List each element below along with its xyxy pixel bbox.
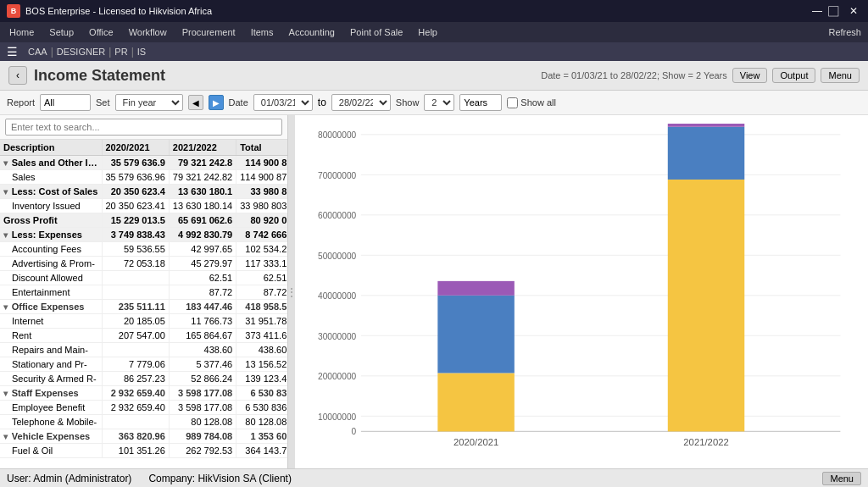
nav-is[interactable]: IS (137, 47, 146, 57)
menu-button[interactable]: Menu (821, 68, 860, 83)
table-row[interactable]: ▾ Sales and Other Incom35 579 636.979 32… (0, 156, 288, 170)
cell-c1: 2 932 659.40 (102, 386, 169, 401)
bar-2020-profit (437, 373, 514, 431)
cell-desc: Repairs and Main- (0, 343, 102, 357)
cell-c1: 15 229 013.5 (102, 213, 169, 228)
cell-c2: 4 992 830.79 (169, 228, 236, 242)
menu-accounting[interactable]: Accounting (287, 26, 337, 38)
cell-c1: 35 579 636.9 (102, 156, 169, 170)
cell-c3: 6 530 836 (236, 401, 288, 415)
search-bar (0, 115, 287, 140)
refresh-button[interactable]: Refresh (828, 27, 861, 37)
output-button[interactable]: Output (772, 68, 815, 83)
show-all-checkbox[interactable] (507, 97, 518, 108)
table-row[interactable]: Rent207 547.00165 864.67373 411.6-20.1% (0, 329, 288, 343)
view-button[interactable]: View (732, 68, 768, 83)
table-row[interactable]: Fuel & Oil101 351.26262 792.53364 143.71… (0, 444, 288, 458)
table-row[interactable]: ▾ Less: Expenses3 749 838.434 992 830.79… (0, 228, 288, 242)
back-button[interactable]: ‹ (8, 66, 27, 85)
cell-c3: 418 958.5 (236, 300, 288, 314)
nav-designer[interactable]: DESIGNER (57, 47, 105, 57)
search-input[interactable] (5, 119, 282, 136)
table-row[interactable]: Repairs and Main-438.60438.60 (0, 343, 288, 357)
cell-c3: 33 980 8 (236, 185, 288, 199)
menu-help[interactable]: Help (415, 26, 440, 38)
menu-items: Home Setup Office Workflow Procurement I… (7, 26, 440, 38)
table-row[interactable]: Security & Armed R-86 257.2352 866.24139… (0, 372, 288, 386)
nav-pr[interactable]: PR (114, 47, 127, 57)
cell-c1: 3 749 838.43 (102, 228, 169, 242)
cell-desc: Telephone & Mobile- (0, 415, 102, 429)
show-all-container: Show all (507, 97, 556, 108)
resize-handle[interactable] (288, 115, 295, 468)
table-row[interactable]: Gross Profit15 229 013.565 691 062.680 9… (0, 213, 288, 228)
table-row[interactable]: Employee Benefit2 932 659.403 598 177.08… (0, 401, 288, 415)
table-row[interactable]: Stationary and Pr-7 779.065 377.4613 156… (0, 357, 288, 372)
years-input[interactable] (459, 94, 502, 111)
table-row[interactable]: Accounting Fees59 536.5542 997.65102 534… (0, 242, 288, 257)
table-row[interactable]: Advertising & Prom-72 053.1845 279.97117… (0, 257, 288, 271)
menu-bar: Home Setup Office Workflow Procurement I… (0, 22, 868, 42)
table-row[interactable]: ▾ Office Expenses235 511.11183 447.46418… (0, 300, 288, 314)
cell-desc: Advertising & Prom- (0, 257, 102, 271)
table-row[interactable]: ▾ Vehicle Expenses363 820.96989 784.081 … (0, 429, 288, 444)
show-select[interactable]: 2 (424, 94, 454, 111)
cell-c2: 165 864.67 (169, 329, 236, 343)
table-row[interactable]: ▾ Staff Expenses2 932 659.403 598 177.08… (0, 386, 288, 401)
maximize-btn[interactable]: ⃞ (832, 5, 839, 17)
set-select[interactable]: Fin year (115, 94, 183, 111)
menu-procurement[interactable]: Procurement (180, 26, 238, 38)
cell-c2: 5 377.46 (169, 357, 236, 372)
cell-c2: 80 128.08 (169, 415, 236, 429)
date-to-select[interactable]: 28/02/22 (331, 94, 391, 111)
cell-desc: ▾ Less: Expenses (0, 228, 102, 242)
table-row[interactable]: ▾ Less: Cost of Sales20 350 623.413 630 … (0, 185, 288, 199)
hamburger-icon[interactable]: ☰ (7, 45, 18, 58)
svg-text:30000000: 30000000 (318, 332, 357, 341)
cell-c1: 7 779.06 (102, 357, 169, 372)
cell-c3: 114 900 8 (236, 156, 288, 170)
table-row[interactable]: Sales35 579 636.9679 321 242.82114 900 8… (0, 170, 288, 185)
menu-items[interactable]: Items (248, 26, 276, 38)
table-row[interactable]: Telephone & Mobile-80 128.0880 128.08 (0, 415, 288, 429)
nav-caa[interactable]: CAA (28, 47, 47, 57)
cell-c3: 33 980 803 (236, 199, 288, 213)
menu-workflow[interactable]: Workflow (126, 26, 170, 38)
status-company: Company: HikVision SA (Client) (148, 473, 292, 484)
menu-setup[interactable]: Setup (47, 26, 76, 38)
cell-c3: 139 123.4 (236, 372, 288, 386)
date-range-info: Date = 01/03/21 to 28/02/22; Show = 2 Ye… (541, 70, 727, 80)
prev-arrow[interactable]: ◀ (188, 95, 203, 110)
col-description: Description (0, 140, 102, 156)
cell-c1: 101 351.26 (102, 444, 169, 458)
report-input[interactable] (40, 94, 91, 111)
table-row[interactable]: Discount Allowed62.5162.51 (0, 271, 288, 285)
svg-text:50000000: 50000000 (318, 252, 357, 261)
table-row[interactable]: Internet20 185.0511 766.7331 951.78-41.7… (0, 314, 288, 329)
cell-desc: ▾ Office Expenses (0, 300, 102, 314)
cell-c2: 3 598 177.08 (169, 401, 236, 415)
cell-desc: ▾ Less: Cost of Sales (0, 185, 102, 199)
menu-office[interactable]: Office (86, 26, 116, 38)
cell-desc: ▾ Staff Expenses (0, 386, 102, 401)
svg-text:80000000: 80000000 (318, 130, 357, 140)
table-row[interactable]: Inventory Issued20 350 623.4113 630 180.… (0, 199, 288, 213)
to-label: to (318, 97, 326, 108)
cell-c1: 20 350 623.4 (102, 185, 169, 199)
cell-c3: 80 128.08 (236, 415, 288, 429)
minimize-btn[interactable]: — (809, 5, 826, 17)
toolbar: Report Set Fin year ◀ ▶ Date 01/03/21 to… (0, 91, 868, 115)
menu-pos[interactable]: Point of Sale (348, 26, 405, 38)
set-label: Set (96, 97, 110, 108)
close-btn[interactable]: ✕ (846, 5, 861, 17)
menu-home[interactable]: Home (7, 26, 36, 38)
cell-c3: 114 900 87 (236, 170, 288, 185)
date-from-select[interactable]: 01/03/21 (253, 94, 313, 111)
cell-c2: 183 447.46 (169, 300, 236, 314)
x-label-2020: 2020/2021 (453, 437, 498, 447)
table-row[interactable]: Entertainment87.7287.72 (0, 285, 288, 300)
cell-c2: 62.51 (169, 271, 236, 285)
next-arrow[interactable]: ▶ (209, 95, 224, 110)
col-2020: 2020/2021 (102, 140, 169, 156)
status-menu-button[interactable]: Menu (822, 472, 861, 485)
